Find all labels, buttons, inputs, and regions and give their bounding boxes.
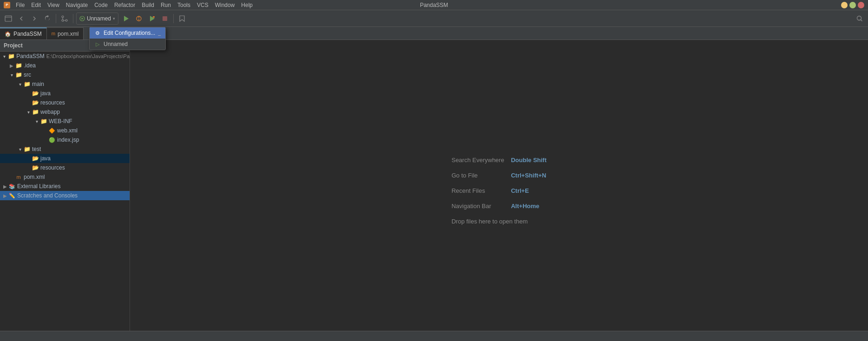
tree-item-main-java[interactable]: 📂 java: [0, 89, 130, 98]
menu-tools[interactable]: Tools: [175, 1, 193, 9]
tree-item-idea[interactable]: ▶ 📁 .idea: [0, 61, 130, 70]
tree-item-test-resources[interactable]: 📂 resources: [0, 163, 130, 172]
file-icon-webxml: 🔶: [48, 127, 56, 134]
menu-navigate[interactable]: Navigate: [63, 1, 91, 9]
run-button[interactable]: [120, 13, 131, 24]
run-config-label: Unnamed: [87, 15, 111, 22]
forward-button[interactable]: [29, 13, 40, 24]
tree-item-src[interactable]: ▾ 📁 src: [0, 70, 130, 79]
tab-pom[interactable]: m pom.xml: [47, 27, 84, 39]
app-icon: P: [4, 2, 10, 8]
menu-code[interactable]: Code: [91, 1, 111, 9]
folder-icon-webapp: 📁: [32, 108, 39, 116]
svg-point-3: [62, 20, 64, 21]
tree-label-external-libs: External Libraries: [17, 183, 60, 190]
menu-run[interactable]: Run: [158, 1, 174, 9]
hint-label-recent: Recent Files: [451, 187, 507, 194]
tree-label-webapp: webapp: [40, 109, 60, 115]
tree-label-test-resources: resources: [40, 164, 65, 171]
menu-view[interactable]: View: [45, 1, 62, 9]
folder-icon-webinf: 📁: [40, 118, 47, 125]
svg-rect-7: [153, 16, 155, 18]
tab-icon-pom: m: [52, 31, 55, 36]
tree-item-indexjsp[interactable]: 🟢 index.jsp: [0, 135, 130, 144]
tree-item-webapp[interactable]: ▾ 📁 webapp: [0, 107, 130, 117]
svg-rect-0: [5, 16, 12, 21]
folder-icon-main-java: 📂: [32, 90, 39, 97]
tree-path-root: E:\Dropbox\phoenix\JavaProjects\Pa: [46, 53, 130, 59]
debug-button[interactable]: [133, 13, 144, 24]
menu-edit[interactable]: Edit: [28, 1, 44, 9]
vcs-button[interactable]: [59, 13, 70, 24]
menu-help[interactable]: Help: [238, 1, 255, 9]
stop-button[interactable]: [159, 13, 170, 24]
folder-icon-main: 📁: [23, 80, 31, 88]
bookmark-button[interactable]: [176, 13, 188, 24]
tree-label-src: src: [24, 72, 31, 78]
dropdown-item-unnamed[interactable]: ▷ Unnamed: [90, 39, 165, 50]
menu-window[interactable]: Window: [212, 1, 238, 9]
tree-arrow-indexjsp: [42, 137, 48, 143]
menu-bar: File Edit View Navigate Code Refactor Bu…: [13, 1, 255, 9]
search-everywhere-button[interactable]: [854, 13, 865, 24]
tree-label-webxml: web.xml: [57, 127, 78, 134]
window-controls: — □ ✕: [841, 2, 864, 8]
tree-arrow-webxml: [42, 127, 48, 134]
tab-pandasssm[interactable]: 🏠 PandaSSM: [0, 27, 47, 39]
run-config-dropdown[interactable]: Unnamed ▾: [76, 13, 118, 25]
tree-label-webinf: WEB-INF: [49, 118, 72, 125]
tree-item-test-java[interactable]: 📂 java: [0, 154, 130, 163]
tree-label-main-java: java: [40, 90, 51, 97]
panel-title: Project: [4, 42, 23, 49]
svg-point-6: [138, 16, 139, 17]
hint-label-nav: Navigation Bar: [451, 203, 507, 210]
tree-arrow-scratches: ▶: [2, 192, 8, 199]
back-button[interactable]: [16, 13, 27, 24]
unnamed-run-icon: ▷: [94, 41, 101, 47]
hint-goto-file: Go to File Ctrl+Shift+N: [451, 172, 547, 179]
maximize-button[interactable]: □: [849, 2, 856, 8]
tree-item-main-resources[interactable]: 📂 resources: [0, 98, 130, 107]
folder-icon-main-resources: 📂: [32, 99, 39, 106]
window-title: PandaSSM: [420, 2, 448, 8]
folder-icon-test-java: 📂: [32, 155, 39, 162]
menu-refactor[interactable]: Refactor: [111, 1, 138, 9]
tree-item-external-libs[interactable]: ▶ 📚 External Libraries: [0, 182, 130, 191]
tree-item-scratches[interactable]: ▶ ✏️ Scratches and Consoles: [0, 191, 130, 200]
close-button[interactable]: ✕: [858, 2, 864, 8]
tree-item-test[interactable]: ▾ 📁 test: [0, 144, 130, 154]
run-config-dropdown-menu: ⚙ Edit Configurations... _ ▷ Unnamed: [89, 27, 166, 50]
minimize-button[interactable]: —: [841, 2, 848, 8]
tree-item-webinf[interactable]: ▾ 📁 WEB-INF: [0, 117, 130, 126]
underscore-indicator: _: [158, 31, 161, 36]
tree-arrow-main: ▾: [17, 81, 23, 87]
menu-build[interactable]: Build: [139, 1, 157, 9]
title-bar: P File Edit View Navigate Code Refactor …: [0, 0, 868, 10]
tree-item-webxml[interactable]: 🔶 web.xml: [0, 126, 130, 135]
separator-3: [173, 14, 174, 23]
svg-point-2: [65, 20, 67, 21]
refresh-button[interactable]: [42, 13, 53, 24]
tab-icon-app: 🏠: [5, 31, 11, 37]
hint-nav-bar: Navigation Bar Alt+Home: [451, 203, 547, 210]
tree-item-root[interactable]: ▾ 📁 PandaSSM E:\Dropbox\phoenix\JavaProj…: [0, 52, 130, 61]
hint-shortcut-goto: Ctrl+Shift+N: [511, 172, 546, 179]
tree-label-root: PandaSSM: [16, 53, 45, 59]
main-layout: Project ▾ 📁: [0, 40, 868, 341]
tree-label-main: main: [32, 81, 44, 87]
menu-vcs[interactable]: VCS: [194, 1, 211, 9]
hint-search-everywhere: Search Everywhere Double Shift: [451, 157, 547, 164]
dropdown-item-edit-config[interactable]: ⚙ Edit Configurations... _: [90, 27, 165, 39]
tree-item-main[interactable]: ▾ 📁 main: [0, 79, 130, 89]
tree-arrow-idea: ▶: [8, 62, 15, 69]
hint-label-goto: Go to File: [451, 172, 507, 179]
main-content: Search Everywhere Double Shift Go to Fil…: [130, 40, 868, 341]
run-coverage-button[interactable]: [146, 13, 157, 24]
file-icon-pom: m: [15, 173, 22, 181]
tree-item-pomxml[interactable]: m pom.xml: [0, 172, 130, 182]
menu-file[interactable]: File: [13, 1, 27, 9]
folder-icon-src: 📁: [15, 71, 22, 79]
tree-arrow-src: ▾: [8, 72, 15, 78]
tree-arrow-webapp: ▾: [25, 109, 32, 115]
folder-icon-root: 📁: [7, 52, 15, 60]
